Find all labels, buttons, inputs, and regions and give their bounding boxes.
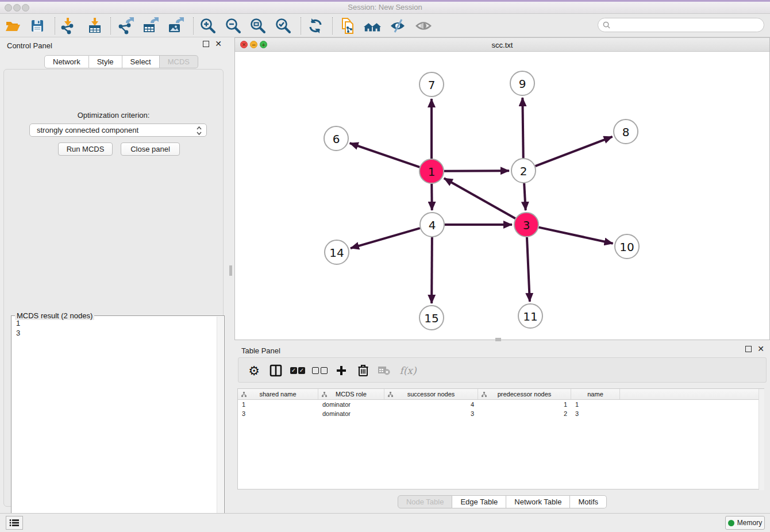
graph-edge-2-8[interactable] [536,137,613,166]
column-header-MCDS-role[interactable]: MCDS role [318,389,384,399]
graph-edge-4-14[interactable] [351,228,420,248]
graph-node-label-9: 9 [519,77,526,91]
table-cell[interactable]: 1 [571,401,620,408]
zoom-selected-icon[interactable] [274,17,292,34]
tab-style[interactable]: Style [89,55,122,68]
export-network-icon[interactable] [116,17,134,34]
toolbar-separator [110,17,111,34]
close-panel-icon[interactable]: ✕ [215,41,222,47]
mcds-result-text[interactable]: 1 3 [13,318,216,532]
tab-motifs[interactable]: Motifs [570,495,607,508]
graph-node-label-1: 1 [428,165,436,179]
table-row[interactable]: 1dominator411 [238,400,764,409]
table-cell[interactable]: 2 [478,410,571,417]
toolbar-separator [332,17,333,34]
graph-edge-1-2[interactable] [444,171,509,171]
add-column-icon[interactable] [333,362,350,379]
show-eye-icon[interactable] [414,17,433,34]
table-panel-title: Table Panel [241,346,280,355]
table-cell[interactable]: 3 [238,410,318,417]
table-cell[interactable]: 1 [238,401,318,408]
gear-icon[interactable]: ⚙ [245,362,263,379]
unselect-all-columns-icon[interactable] [311,362,328,379]
control-panel: Control Panel ✕ Network Style Select MCD… [0,37,228,512]
zoom-out-icon[interactable] [224,17,242,34]
zoom-fit-icon[interactable] [249,17,267,34]
mcds-result-box: MCDS result (2 nodes) 1 3 [11,315,225,532]
hide-panel-eye-icon[interactable] [388,17,407,34]
tab-edge-table[interactable]: Edge Table [452,495,506,508]
column-header-predecessor-nodes[interactable]: predecessor nodes [478,389,571,399]
horizontal-splitter-handle[interactable] [495,338,501,341]
graph-node-label-6: 6 [333,132,340,146]
tab-network-table[interactable]: Network Table [506,495,570,508]
select-all-columns-icon[interactable]: ✓✓ [289,362,306,379]
tab-network[interactable]: Network [44,55,89,68]
table-cell[interactable]: dominator [318,410,384,417]
table-cell[interactable]: 3 [571,410,620,417]
graph-edge-4-15[interactable] [432,237,432,303]
graph-edge-3-10[interactable] [538,228,613,244]
graph-edge-2-3[interactable] [524,183,526,210]
column-header-shared-name[interactable]: shared name [238,389,318,399]
home-layout-icon[interactable] [363,17,382,34]
show-columns-icon[interactable] [267,362,284,379]
memory-label: Memory [737,519,762,527]
graph-node-label-14: 14 [329,246,344,260]
open-folder-icon[interactable] [3,17,22,34]
graph-node-label-10: 10 [619,240,634,254]
column-header-name[interactable]: name [571,389,620,399]
table-header-row: shared nameMCDS rolesuccessor nodesprede… [238,389,764,400]
zoom-in-icon[interactable] [199,17,217,34]
search-field[interactable] [598,18,764,32]
run-mcds-button[interactable]: Run MCDS [58,142,113,156]
table-cell[interactable]: 4 [384,401,478,408]
refresh-layout-icon[interactable] [306,17,325,34]
table-cell[interactable]: 1 [478,401,571,408]
table-panel-header: Table Panel ✕ [234,342,770,358]
mcds-result-scrollbar[interactable] [217,317,224,532]
tab-mcds[interactable]: MCDS [160,55,198,68]
export-image-icon[interactable] [166,17,184,34]
export-table-icon[interactable] [141,17,159,34]
task-history-button[interactable] [6,516,23,530]
graph-edge-3-11[interactable] [527,237,530,302]
graph-node-label-3: 3 [523,218,530,232]
close-panel-button[interactable]: Close panel [121,142,180,156]
table-cell[interactable]: dominator [318,401,384,408]
close-table-panel-icon[interactable]: ✕ [757,346,764,352]
table-scrollbar[interactable] [759,389,764,490]
optimization-criterion-select[interactable]: strongly connected component [29,124,207,137]
graph-edge-2-9[interactable] [522,98,523,158]
graph-node-label-7: 7 [428,78,436,92]
tab-select[interactable]: Select [122,55,160,68]
delete-column-trash-icon[interactable] [355,362,372,379]
window-title: Session: New Session [0,3,770,11]
save-icon[interactable] [28,17,47,34]
control-panel-title: Control Panel [7,41,52,50]
graph-node-label-4: 4 [429,218,436,232]
graph-svg[interactable]: 7968124314101511 [235,52,769,340]
tab-node-table[interactable]: Node Table [398,495,453,508]
new-network-from-selection-icon[interactable] [338,17,357,34]
import-network-icon[interactable] [59,17,77,34]
graph-edges[interactable] [350,98,613,303]
control-panel-header: Control Panel ✕ [0,37,228,53]
search-input[interactable] [613,20,764,31]
status-bar: Memory [0,513,770,532]
vertical-splitter-handle[interactable] [229,265,232,276]
memory-button[interactable]: Memory [725,516,765,530]
main-toolbar [0,14,770,37]
column-header-successor-nodes[interactable]: successor nodes [384,389,478,399]
table-row[interactable]: 3dominator323 [238,409,764,418]
network-window-titlebar[interactable]: ✕ − + scc.txt [235,38,769,52]
node-table: shared nameMCDS rolesuccessor nodesprede… [237,388,764,489]
graph-edge-3-1[interactable] [444,178,515,218]
table-cell[interactable]: 3 [384,410,478,417]
graph-edge-1-6[interactable] [350,143,420,167]
float-table-panel-icon[interactable] [745,346,752,352]
import-table-icon[interactable] [86,17,104,34]
float-panel-icon[interactable] [203,41,209,47]
window-titlebar: Session: New Session [0,0,770,14]
list-icon [9,519,20,527]
